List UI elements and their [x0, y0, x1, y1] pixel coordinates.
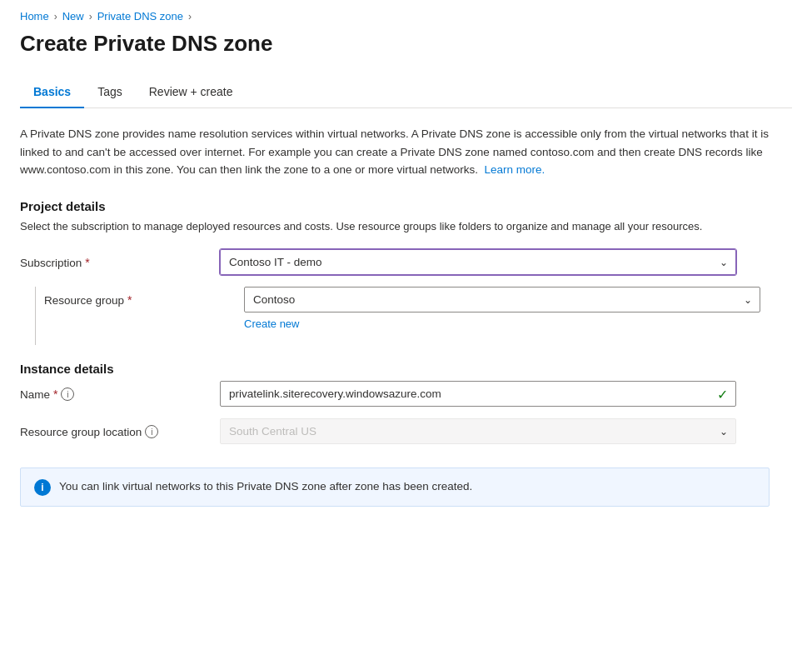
resource-group-label: Resource group * — [44, 287, 244, 307]
subscription-required-star: * — [85, 256, 89, 269]
info-banner: i You can link virtual networks to this … — [20, 468, 770, 507]
breadcrumb-new[interactable]: New — [62, 10, 84, 22]
indent-vertical-line — [35, 287, 36, 345]
subscription-select[interactable]: Contoso IT - demo — [220, 249, 736, 275]
resource-group-location-info-icon: i — [145, 425, 158, 438]
resource-group-location-select: South Central US — [220, 418, 736, 444]
resource-group-indent-block: Resource group * Contoso ⌄ Create new — [20, 287, 792, 345]
subscription-select-wrapper[interactable]: Contoso IT - demo ⌄ — [220, 249, 736, 275]
name-info-icon: i — [61, 388, 74, 401]
breadcrumb-home[interactable]: Home — [20, 10, 49, 22]
resource-group-select-wrapper[interactable]: Contoso ⌄ — [244, 287, 760, 312]
resource-group-row: Resource group * Contoso ⌄ Create new — [44, 287, 792, 330]
tab-review-create[interactable]: Review + create — [136, 77, 247, 108]
resource-group-location-control: South Central US ⌄ — [220, 418, 736, 444]
breadcrumb-private-dns-zone[interactable]: Private DNS zone — [97, 10, 183, 22]
name-control: ✓ — [220, 381, 736, 407]
project-details-description: Select the subscription to manage deploy… — [20, 218, 770, 235]
learn-more-link[interactable]: Learn more. — [485, 163, 545, 176]
name-required-star: * — [53, 388, 57, 401]
tab-basics[interactable]: Basics — [20, 77, 84, 108]
breadcrumb: Home › New › Private DNS zone › — [20, 10, 792, 22]
description-text: A Private DNS zone provides name resolut… — [20, 125, 770, 179]
name-input-wrapper[interactable]: ✓ — [220, 381, 736, 407]
resource-group-location-row: Resource group location i South Central … — [20, 418, 792, 444]
resource-group-control: Contoso ⌄ Create new — [244, 287, 760, 330]
subscription-control: Contoso IT - demo ⌄ — [220, 249, 736, 275]
resource-group-select[interactable]: Contoso — [244, 287, 760, 312]
name-input[interactable] — [220, 381, 736, 407]
project-details-heading: Project details — [20, 199, 792, 213]
resource-group-required-star: * — [127, 293, 132, 307]
breadcrumb-sep-2: › — [89, 11, 92, 22]
resource-group-block: Resource group * Contoso ⌄ Create new — [44, 287, 792, 342]
tab-tags[interactable]: Tags — [84, 77, 136, 108]
instance-details-heading: Instance details — [20, 362, 792, 376]
tab-bar: Basics Tags Review + create — [20, 77, 792, 108]
info-banner-icon: i — [34, 479, 51, 496]
create-new-link[interactable]: Create new — [244, 318, 299, 330]
info-banner-text: You can link virtual networks to this Pr… — [59, 478, 472, 495]
name-valid-icon: ✓ — [717, 386, 728, 402]
page-title: Create Private DNS zone — [20, 31, 792, 57]
name-label: Name * i — [20, 381, 220, 401]
name-row: Name * i ✓ — [20, 381, 792, 407]
resource-group-location-select-wrapper: South Central US ⌄ — [220, 418, 736, 444]
resource-group-location-label: Resource group location i — [20, 418, 220, 438]
breadcrumb-sep-1: › — [54, 11, 57, 22]
breadcrumb-sep-3: › — [188, 11, 192, 22]
subscription-row: Subscription * Contoso IT - demo ⌄ — [20, 249, 792, 275]
subscription-label: Subscription * — [20, 249, 220, 269]
